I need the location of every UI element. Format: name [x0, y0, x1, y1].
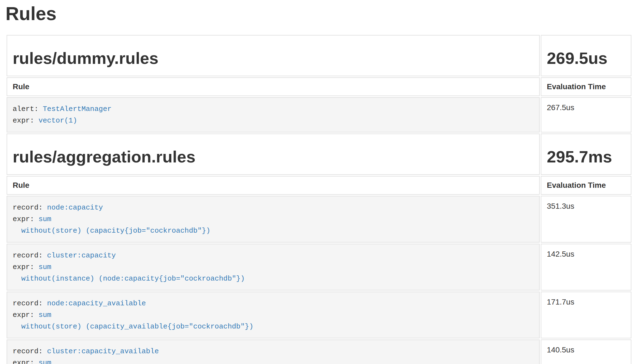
- evaluation-time-column-header: Evaluation Time: [541, 176, 631, 195]
- rule-cell: record: cluster:capacity_available expr:…: [7, 339, 540, 364]
- code-label: expr:: [13, 215, 39, 223]
- record-name-link[interactable]: node:capacity: [47, 203, 103, 212]
- code-label: record:: [13, 299, 47, 308]
- rule-evaluation-time: 351.3us: [541, 196, 631, 243]
- record-name-link[interactable]: cluster:capacity: [47, 251, 116, 260]
- rule-cell: record: node:capacity_available expr: su…: [7, 292, 540, 338]
- group-evaluation-time-cell: 295.7ms: [541, 134, 631, 175]
- expr-link[interactable]: sum without(instance) (node:capacity_ava…: [13, 359, 288, 364]
- code-label: expr:: [13, 263, 39, 271]
- code-label: alert:: [13, 105, 43, 113]
- expr-link[interactable]: sum without(store) (capacity_available{j…: [13, 311, 253, 331]
- code-label: expr:: [13, 116, 39, 125]
- code-label: record:: [13, 251, 47, 260]
- rule-file-cell: rules/aggregation.rules: [7, 134, 540, 175]
- expr-link[interactable]: sum without(instance) (node:capacity{job…: [13, 263, 245, 283]
- rule-code: record: node:capacity expr: sum without(…: [7, 196, 539, 242]
- group-evaluation-time: 269.5us: [547, 49, 625, 67]
- rule-code: record: cluster:capacity expr: sum witho…: [7, 244, 539, 290]
- rule-cell: alert: TestAlertManager expr: vector(1): [7, 97, 540, 132]
- record-name-link[interactable]: cluster:capacity_available: [47, 347, 159, 355]
- expr-link[interactable]: sum without(store) (capacity{job="cockro…: [13, 215, 210, 235]
- rule-evaluation-time: 142.5us: [541, 244, 631, 290]
- alert-name-link[interactable]: TestAlertManager: [43, 105, 112, 113]
- rule-code: record: node:capacity_available expr: su…: [7, 292, 539, 338]
- expr-link[interactable]: vector(1): [39, 116, 77, 125]
- rule-file-name: rules/dummy.rules: [13, 49, 534, 67]
- group-evaluation-time-cell: 269.5us: [541, 35, 631, 76]
- page-title: Rules: [6, 4, 632, 23]
- code-label: record:: [13, 347, 47, 355]
- rule-row: alert: TestAlertManager expr: vector(1)2…: [7, 97, 631, 132]
- rule-row: record: node:capacity expr: sum without(…: [7, 196, 631, 243]
- rule-evaluation-time: 171.7us: [541, 292, 631, 338]
- evaluation-time-column-header: Evaluation Time: [541, 77, 631, 96]
- rule-code: alert: TestAlertManager expr: vector(1): [7, 98, 539, 132]
- code-label: record:: [13, 203, 47, 212]
- rule-column-header: Rule: [7, 176, 540, 195]
- rule-cell: record: node:capacity expr: sum without(…: [7, 196, 540, 243]
- record-name-link[interactable]: node:capacity_available: [47, 299, 146, 308]
- rule-column-header: Rule: [7, 77, 540, 96]
- rule-group-header-row: rules/aggregation.rules295.7ms: [7, 134, 631, 175]
- rule-row: record: node:capacity_available expr: su…: [7, 292, 631, 338]
- code-label: expr:: [13, 311, 39, 319]
- column-header-row: RuleEvaluation Time: [7, 77, 631, 96]
- rule-file-name: rules/aggregation.rules: [13, 148, 534, 166]
- group-evaluation-time: 295.7ms: [547, 148, 625, 166]
- rule-row: record: cluster:capacity_available expr:…: [7, 339, 631, 364]
- rule-evaluation-time: 267.5us: [541, 97, 631, 132]
- rules-table: rules/dummy.rules269.5usRuleEvaluation T…: [6, 34, 632, 364]
- rule-evaluation-time: 140.5us: [541, 339, 631, 364]
- rule-file-cell: rules/dummy.rules: [7, 35, 540, 76]
- rule-row: record: cluster:capacity expr: sum witho…: [7, 244, 631, 290]
- column-header-row: RuleEvaluation Time: [7, 176, 631, 195]
- code-label: expr:: [13, 359, 39, 364]
- rule-cell: record: cluster:capacity expr: sum witho…: [7, 244, 540, 290]
- rule-code: record: cluster:capacity_available expr:…: [7, 340, 539, 364]
- rule-group-header-row: rules/dummy.rules269.5us: [7, 35, 631, 76]
